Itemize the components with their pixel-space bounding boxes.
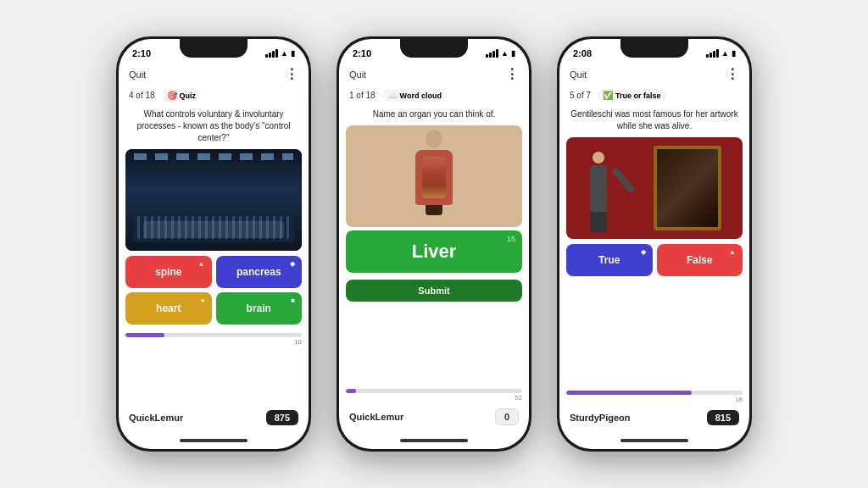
username: SturdyPigeon [570,413,631,423]
shape-icon-brain: ■ [291,297,295,304]
truefalse-phone: 2:08 ▲ ▮ Quit ⋮ 5 of 7 ✅ True or false [557,36,752,452]
top-nav: Quit ⋮ [119,63,309,87]
user-row: QuickLemur 0 [339,403,529,432]
badge-label: Word cloud [400,92,442,100]
question-text: Gentileschi was most famous for her artw… [559,105,749,137]
notch [400,39,468,58]
progress-bar-bg [346,389,522,393]
progress-text: 4 of 18 [129,91,155,100]
quit-button[interactable]: Quit [349,69,366,80]
answer-grid: ▲ spine ◆ pancreas ● heart ■ brain [119,251,309,330]
progress-bar-fill [346,389,356,393]
signal-icon [706,49,719,58]
notch [620,39,688,58]
progress-text: 5 of 7 [570,91,591,100]
shape-icon-spine: ▲ [198,260,205,268]
answer-spine[interactable]: ▲ spine [125,256,212,288]
score-box: 815 [707,410,739,425]
wordcloud-phone: 2:10 ▲ ▮ Quit ⋮ 1 of 18 ☁️ Word cloud [337,36,531,452]
wc-submit-label: Submit [418,286,449,296]
wifi-icon: ▲ [281,49,288,58]
home-indicator [119,432,309,449]
painting-inner [657,149,718,227]
question-text: What controls voluntary & involuntary pr… [119,105,309,149]
score-box: 0 [495,408,519,425]
quiz-badge: 🎯 Quiz [162,89,202,102]
signal-icon [486,49,498,58]
progress-row: 1 of 18 ☁️ Word cloud [339,87,529,105]
score-box: 875 [266,410,298,425]
ceiling-lights [134,153,292,160]
question-image [346,125,522,227]
badge-icon: ✅ [603,91,613,100]
painting-frame [654,146,721,230]
tf-grid: ◆ True ▲ False [559,239,749,281]
person-body [590,165,607,212]
shape-icon-true: ◆ [641,248,646,256]
person-arm [611,166,636,193]
progress-count: 18 [566,396,743,403]
quit-button[interactable]: Quit [129,69,146,80]
shape-icon-heart: ● [201,297,205,304]
badge-icon: ☁️ [387,91,398,100]
wc-count: 15 [507,235,515,243]
anatomy-base [426,205,442,215]
progress-row: 5 of 7 ✅ True or false [559,87,749,105]
question-text: Name an organ you can think of. [339,105,529,125]
battery-icon: ▮ [291,49,295,58]
wifi-icon: ▲ [501,49,509,58]
anatomy-figure [409,130,459,223]
status-time: 2:08 [573,48,592,58]
person-figure [583,152,613,232]
home-indicator [339,432,529,449]
home-bar [400,439,468,442]
quit-button[interactable]: Quit [570,69,587,80]
console-lights [134,213,292,242]
answer-pancreas[interactable]: ◆ pancreas [216,256,303,288]
progress-bar-bg [125,333,302,337]
signal-icon [265,49,278,58]
top-nav: Quit ⋮ [339,63,529,87]
wc-submit-button[interactable]: Submit [346,280,522,302]
more-button[interactable]: ⋮ [505,66,519,82]
progress-bar-container: 18 [119,330,309,347]
status-time: 2:10 [132,48,151,58]
person-head [593,152,604,164]
answer-false[interactable]: ▲ False [657,244,743,276]
user-row: QuickLemur 875 [119,405,309,432]
more-button[interactable]: ⋮ [726,66,739,82]
quiz-phone: 2:10 ▲ ▮ Quit ⋮ 4 of 18 🎯 Quiz [116,36,311,452]
badge-icon: 🎯 [167,91,177,100]
truefalse-badge: ✅ True or false [598,89,666,102]
question-image [566,137,743,239]
answer-true[interactable]: ◆ True [566,244,653,276]
progress-text: 1 of 18 [349,91,376,100]
status-time: 2:10 [353,48,371,58]
wifi-icon: ▲ [721,49,729,58]
scene: 2:10 ▲ ▮ Quit ⋮ 4 of 18 🎯 Quiz [99,19,769,469]
progress-bar-container: 52 [339,385,529,403]
notch [180,39,248,58]
shape-icon-pancreas: ◆ [290,260,295,268]
more-button[interactable]: ⋮ [285,66,298,82]
wc-answer-input[interactable]: Liver 15 [346,230,522,273]
answer-brain[interactable]: ■ brain [216,292,303,324]
progress-count: 18 [125,338,302,346]
home-bar [180,439,248,442]
progress-bar-bg [566,391,743,395]
username: QuickLemur [349,412,403,422]
anatomy-torso [415,150,453,205]
status-icons: ▲ ▮ [706,49,736,58]
question-image [125,149,302,251]
shape-icon-false: ▲ [729,248,736,256]
home-bar [620,439,688,442]
home-indicator [559,432,749,449]
answer-heart[interactable]: ● heart [125,292,212,324]
badge-label: True or false [615,92,661,100]
status-icons: ▲ ▮ [486,49,515,58]
user-row: SturdyPigeon 815 [559,405,749,432]
progress-bar-container: 18 [559,387,749,405]
progress-bar-fill [125,333,164,337]
top-nav: Quit ⋮ [559,63,749,87]
progress-bar-fill [566,391,692,395]
